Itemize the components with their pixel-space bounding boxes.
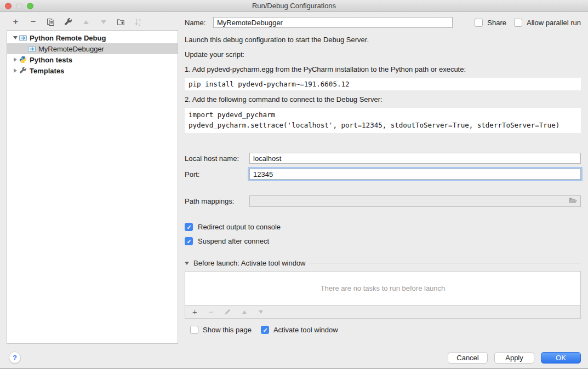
connection-settings: Local host name: Port: Path mappings:: [185, 153, 581, 207]
tree-item-python-tests[interactable]: Python tests: [7, 54, 178, 65]
intro-text-line1: Launch this debug configuration to start…: [185, 36, 581, 44]
activate-tool-window-option[interactable]: Activate tool window: [261, 326, 338, 334]
run-debug-configurations-dialog: Run/Debug Configurations + −: [0, 0, 588, 369]
step2-text: 2. Add the following command to connect …: [185, 95, 581, 104]
suspend-after-connect-checkbox[interactable]: [185, 237, 193, 245]
redirect-output-option[interactable]: Redirect output to console: [185, 223, 581, 231]
action-buttons: Cancel Apply OK: [448, 352, 581, 364]
remote-debug-config-icon: [19, 34, 27, 42]
expand-collapse-icon[interactable]: [12, 57, 19, 62]
share-option[interactable]: Share: [475, 19, 506, 27]
copy-icon[interactable]: [47, 18, 55, 26]
name-label: Name:: [185, 19, 213, 27]
step1-text: 1. Add pydevd-pycharm.egg from the PyCha…: [185, 65, 581, 74]
minimize-button: [16, 3, 22, 9]
share-label: Share: [487, 19, 506, 27]
svg-text:a: a: [139, 18, 141, 22]
add-task-icon[interactable]: +: [191, 308, 199, 316]
expand-collapse-icon[interactable]: [12, 68, 19, 73]
dialog-footer: ? Cancel Apply OK: [9, 351, 581, 364]
before-launch-title: Before launch: Activate tool window: [193, 259, 306, 267]
share-checkbox[interactable]: [475, 19, 483, 27]
apply-button[interactable]: Apply: [494, 352, 534, 364]
local-host-row: Local host name:: [185, 153, 581, 164]
show-this-page-option[interactable]: Show this page: [190, 326, 252, 334]
remove-task-icon: −: [207, 308, 215, 316]
tree-item-templates[interactable]: Templates: [7, 65, 178, 76]
move-task-down-icon: [256, 308, 265, 316]
remote-debug-config-icon: [27, 45, 36, 53]
tree-item-label: Python Remote Debug: [30, 34, 106, 42]
pip-install-code: pip install pydevd-pycharm~=191.6605.12: [185, 78, 581, 90]
suspend-after-connect-label: Suspend after connect: [198, 237, 269, 245]
configurations-tree: Python Remote Debug MyRemoteDebugger: [7, 30, 178, 344]
expand-collapse-icon[interactable]: [12, 36, 19, 39]
redirect-output-checkbox[interactable]: [185, 223, 193, 231]
wrench-icon[interactable]: [64, 18, 72, 26]
move-task-up-icon: [240, 308, 248, 316]
show-this-page-checkbox[interactable]: [190, 326, 198, 334]
path-mappings-label: Path mappings:: [185, 197, 249, 205]
edit-task-icon: [224, 308, 232, 316]
add-icon[interactable]: +: [12, 18, 20, 26]
zoom-button[interactable]: [27, 3, 33, 9]
collapse-section-icon[interactable]: [185, 262, 189, 265]
output-options: Redirect output to console Suspend after…: [185, 223, 581, 245]
activate-tool-window-label: Activate tool window: [273, 326, 338, 334]
activate-tool-window-checkbox[interactable]: [261, 326, 269, 334]
name-input[interactable]: [213, 17, 453, 28]
before-launch-header[interactable]: Before launch: Activate tool window: [185, 259, 581, 267]
suspend-after-connect-option[interactable]: Suspend after connect: [185, 237, 581, 245]
help-button[interactable]: ?: [9, 351, 21, 364]
settrace-code-line2: pydevd_pycharm.settrace('localhost', por…: [189, 120, 577, 130]
before-launch-tasks-list[interactable]: There are no tasks to run before launch: [185, 271, 581, 305]
redirect-output-label: Redirect output to console: [198, 223, 281, 231]
python-logo-icon: [19, 56, 27, 64]
sort-alphabetically-icon: a z: [134, 18, 142, 26]
intro-text-line2: Update your script:: [185, 50, 581, 59]
show-this-page-label: Show this page: [203, 326, 252, 334]
window-title: Run/Debug Configurations: [252, 2, 336, 10]
section-divider: [309, 263, 581, 263]
wrench-icon: [19, 67, 27, 74]
tree-item-label: MyRemoteDebugger: [38, 45, 104, 53]
port-label: Port:: [185, 170, 249, 178]
move-up-icon: [82, 18, 90, 26]
traffic-lights: [5, 3, 33, 9]
svg-text:z: z: [139, 22, 141, 26]
name-row: Name: Share Allow parallel run: [185, 16, 581, 28]
open-folder-icon[interactable]: [569, 197, 578, 205]
local-host-input[interactable]: [249, 153, 581, 164]
empty-tasks-text: There are no tasks to run before launch: [321, 284, 446, 292]
title-bar: Run/Debug Configurations: [0, 0, 588, 12]
local-host-label: Local host name:: [185, 154, 249, 163]
page-options: Show this page Activate tool window: [190, 326, 581, 334]
settrace-code-line1: import pydevd_pycharm: [189, 109, 577, 120]
sidebar-toolbar: + −: [12, 16, 142, 27]
move-down-icon: [99, 18, 107, 26]
help-icon: ?: [13, 354, 17, 362]
tree-item-python-remote-debug[interactable]: Python Remote Debug: [7, 32, 178, 43]
allow-parallel-run-label: Allow parallel run: [527, 19, 581, 27]
new-folder-icon[interactable]: [117, 18, 125, 26]
path-mappings-field[interactable]: [249, 195, 581, 207]
allow-parallel-run-option[interactable]: Allow parallel run: [514, 19, 581, 27]
path-mappings-row: Path mappings:: [185, 195, 581, 207]
allow-parallel-run-checkbox[interactable]: [514, 19, 522, 27]
remove-icon[interactable]: −: [29, 18, 37, 26]
port-row: Port:: [185, 169, 581, 180]
ok-button[interactable]: OK: [541, 352, 581, 364]
cancel-button[interactable]: Cancel: [448, 352, 488, 364]
configuration-editor: Name: Share Allow parallel run Launch th…: [185, 16, 581, 334]
settrace-code: import pydevd_pycharm pydevd_pycharm.set…: [185, 108, 581, 133]
tree-item-myremotedebugger[interactable]: MyRemoteDebugger: [7, 43, 178, 54]
tree-item-label: Python tests: [30, 56, 72, 64]
tasks-toolbar: + −: [185, 305, 581, 319]
close-button[interactable]: [5, 3, 12, 9]
tree-item-label: Templates: [30, 67, 64, 75]
port-input[interactable]: [249, 169, 581, 180]
